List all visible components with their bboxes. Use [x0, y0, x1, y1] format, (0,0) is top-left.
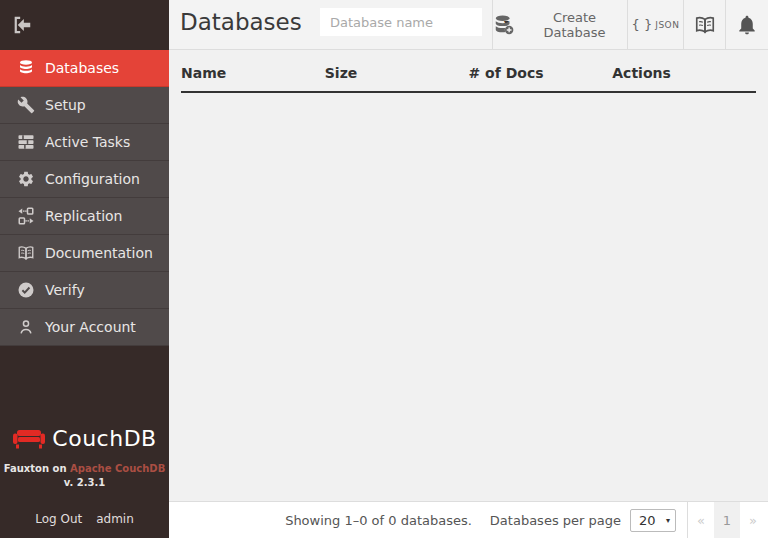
replication-icon — [16, 206, 36, 226]
sidebar-item-label: Active Tasks — [45, 134, 130, 150]
database-search: ▾ — [320, 8, 482, 36]
topbar-actions: Create Database { } JSON — [492, 0, 768, 49]
showing-text: Showing 1–0 of 0 databases. — [285, 513, 472, 528]
sidebar-footer: CouchDB Fauxton on Apache CouchDB v. 2.3… — [0, 346, 169, 538]
gear-icon — [16, 169, 36, 189]
create-database-button[interactable]: Create Database — [492, 0, 627, 49]
column-header-docs: # of Docs — [469, 65, 613, 81]
sidebar-collapse-button[interactable] — [9, 11, 37, 39]
database-table-header: Name Size # of Docs Actions — [181, 50, 756, 93]
sidebar-item-documentation[interactable]: Documentation — [0, 235, 169, 272]
database-search-input[interactable] — [320, 15, 504, 30]
sidebar-item-verify[interactable]: Verify — [0, 272, 169, 309]
create-database-label: Create Database — [522, 10, 627, 40]
json-braces-icon: { } — [632, 17, 653, 32]
sidebar-item-setup[interactable]: Setup — [0, 87, 169, 124]
sidebar-item-label: Documentation — [45, 245, 153, 261]
per-page-select[interactable]: 20 ▾ — [630, 509, 676, 532]
sidebar-item-label: Your Account — [45, 319, 136, 335]
json-label: JSON — [655, 20, 679, 30]
sidebar-nav: Databases Setup Active Tasks Configurati… — [0, 50, 169, 346]
logo-text: CouchDB — [52, 426, 156, 451]
caret-down-icon: ▾ — [666, 516, 670, 525]
sidebar-item-label: Databases — [45, 60, 119, 76]
pagination-page-1[interactable]: 1 — [714, 502, 740, 538]
sidebar: Databases Setup Active Tasks Configurati… — [0, 0, 169, 538]
check-circle-icon — [16, 280, 36, 300]
footer-bar: Showing 1–0 of 0 databases. Databases pe… — [169, 501, 768, 538]
version-text: v. 2.3.1 — [64, 477, 105, 488]
person-icon — [16, 317, 36, 337]
sidebar-item-databases[interactable]: Databases — [0, 50, 169, 87]
column-header-actions: Actions — [612, 65, 756, 81]
column-header-size: Size — [325, 65, 469, 81]
admin-user-link[interactable]: admin — [96, 512, 134, 526]
open-book-icon — [694, 14, 716, 36]
per-page-label: Databases per page — [490, 513, 621, 528]
sidebar-collapse-icon — [11, 14, 35, 36]
database-icon — [16, 58, 36, 78]
topbar: Databases ▾ Create Database { } JSON — [169, 0, 768, 50]
per-page-value: 20 — [639, 513, 656, 528]
sidebar-links: Log Out admin — [35, 512, 134, 526]
sidebar-item-label: Setup — [45, 97, 86, 113]
tasks-icon — [16, 132, 36, 152]
pagination-prev-button[interactable]: « — [688, 502, 714, 538]
logout-link[interactable]: Log Out — [35, 512, 82, 526]
sidebar-item-label: Configuration — [45, 171, 140, 187]
wrench-icon — [16, 95, 36, 115]
pagination-next-button[interactable]: » — [740, 502, 766, 538]
sidebar-header — [0, 0, 169, 50]
database-table-body — [169, 93, 768, 501]
apache-couchdb-link[interactable]: Apache CouchDB — [70, 463, 165, 474]
sidebar-item-replication[interactable]: Replication — [0, 198, 169, 235]
sidebar-item-active-tasks[interactable]: Active Tasks — [0, 124, 169, 161]
database-plus-icon — [493, 14, 515, 36]
sidebar-item-label: Verify — [45, 282, 85, 298]
main-content: Databases ▾ Create Database { } JSON — [169, 0, 768, 538]
book-icon — [16, 243, 36, 263]
couch-icon — [12, 427, 46, 451]
documentation-button[interactable] — [683, 0, 725, 49]
sidebar-item-configuration[interactable]: Configuration — [0, 161, 169, 198]
page-title: Databases — [180, 9, 302, 35]
fauxton-line: Fauxton on Apache CouchDB — [4, 463, 166, 474]
notifications-button[interactable] — [725, 0, 768, 49]
couchdb-logo: CouchDB — [12, 426, 156, 451]
column-header-name: Name — [181, 65, 325, 81]
fauxton-prefix: Fauxton on — [4, 463, 70, 474]
bell-icon — [736, 14, 758, 36]
sidebar-item-label: Replication — [45, 208, 122, 224]
json-view-button[interactable]: { } JSON — [627, 0, 683, 49]
sidebar-item-your-account[interactable]: Your Account — [0, 309, 169, 346]
